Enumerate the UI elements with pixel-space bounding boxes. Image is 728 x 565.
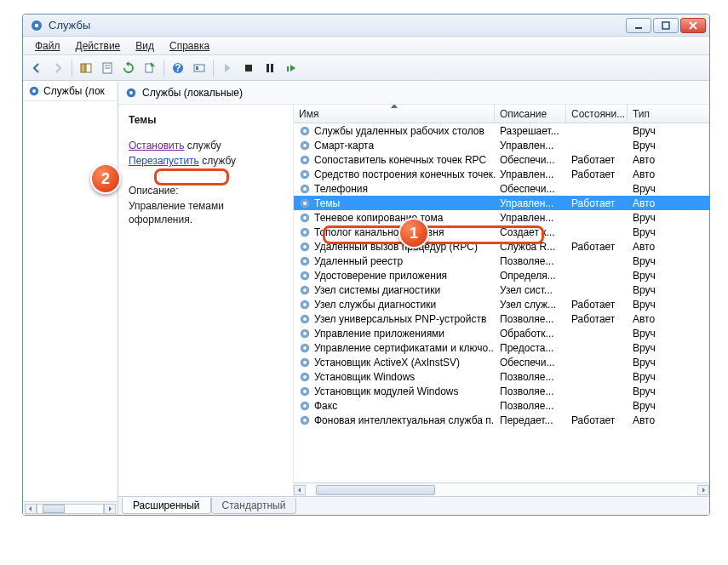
service-row[interactable]: ТемыУправлен...РаботаетАвто — [294, 196, 709, 210]
service-row[interactable]: Узел службы диагностикиУзел служ...Работ… — [294, 297, 709, 311]
col-name[interactable]: Имя — [294, 105, 495, 123]
properties-button[interactable] — [97, 58, 118, 78]
cell-type: Вруч — [628, 226, 670, 238]
svg-point-19 — [32, 89, 36, 93]
cell-type: Вруч — [628, 400, 670, 412]
cell-desc: Разрешает... — [495, 125, 566, 137]
service-row[interactable]: Теневое копирование томаУправлен...Вруч — [294, 210, 709, 225]
svg-rect-14 — [245, 65, 252, 71]
cell-desc: Обеспечи... — [495, 357, 566, 368]
nav-back-button[interactable] — [26, 58, 47, 78]
service-row[interactable]: Управление сертификатами и ключо...Предо… — [294, 340, 709, 355]
restart-service-link[interactable]: Перезапустить — [129, 155, 199, 167]
cell-type: Вруч — [628, 328, 670, 340]
svg-point-39 — [303, 245, 307, 248]
view-tabs: Расширенный Стандартный — [118, 496, 709, 515]
menu-help[interactable]: Справка — [163, 38, 216, 54]
tab-standard[interactable]: Стандартный — [211, 498, 297, 514]
tree-body[interactable] — [23, 101, 118, 501]
tree-hscroll[interactable] — [23, 501, 118, 515]
service-row[interactable]: Удаленный вызов процедур (RPC)Служба R..… — [294, 239, 709, 254]
svg-rect-16 — [271, 64, 273, 72]
svg-point-23 — [303, 129, 307, 133]
scroll-left-icon[interactable] — [25, 504, 37, 514]
scroll-thumb[interactable] — [43, 505, 65, 513]
service-row[interactable]: Узел универсальных PNP-устройствПозволяе… — [294, 311, 709, 326]
titlebar[interactable]: Службы — [23, 14, 709, 37]
list-hscroll[interactable] — [294, 482, 709, 496]
col-type[interactable]: Тип — [628, 105, 670, 123]
toolbar-extra-button[interactable] — [189, 58, 209, 78]
service-row[interactable]: Управление приложениямиОбработк...Вруч — [294, 326, 709, 340]
show-hide-tree-button[interactable] — [76, 58, 96, 78]
service-row[interactable]: Сопоставитель конечных точек RPCОбеспечи… — [294, 152, 709, 167]
service-row[interactable]: Средство построения конечных точек...Упр… — [294, 167, 709, 181]
service-row[interactable]: ФаксПозволяе...Вруч — [294, 398, 709, 413]
service-row[interactable]: Удостоверение приложенияОпределя...Вруч — [294, 268, 709, 282]
cell-name: Теневое копирование тома — [294, 212, 495, 224]
svg-rect-15 — [267, 64, 269, 72]
cell-state: Работает — [566, 299, 628, 311]
tab-extended[interactable]: Расширенный — [122, 498, 211, 514]
cell-name: Темы — [294, 197, 495, 209]
cell-type: Вруч — [628, 284, 670, 296]
stop-service-button[interactable] — [238, 58, 259, 78]
scroll-thumb[interactable] — [316, 485, 435, 495]
main-header: Службы (локальные) — [118, 82, 709, 105]
help-button[interactable]: ? — [168, 58, 188, 78]
services-window: Службы Файл Действие Вид Справка ? — [22, 14, 710, 516]
menu-view[interactable]: Вид — [129, 38, 161, 54]
scroll-left-icon[interactable] — [294, 485, 306, 495]
export-button[interactable] — [140, 58, 160, 78]
selected-service-name: Темы — [129, 113, 283, 127]
svg-point-59 — [303, 390, 307, 393]
svg-point-51 — [303, 332, 307, 335]
menu-action[interactable]: Действие — [69, 38, 128, 54]
service-row[interactable]: Удаленный реестрПозволяе...Вруч — [294, 254, 709, 268]
service-row[interactable]: Службы удаленных рабочих столовРазрешает… — [294, 123, 709, 138]
list-body[interactable]: Службы удаленных рабочих столовРазрешает… — [294, 123, 709, 482]
minimize-button[interactable] — [626, 18, 651, 33]
service-row[interactable]: ТелефонияОбеспечи...Вруч — [294, 181, 709, 196]
menu-file[interactable]: Файл — [28, 38, 67, 54]
cell-desc: Управлен... — [495, 168, 566, 180]
cell-name: Удостоверение приложения — [294, 270, 495, 282]
window-title: Службы — [49, 19, 626, 31]
service-row[interactable]: Установщик WindowsПозволяе...Вруч — [294, 369, 709, 384]
service-row[interactable]: Смарт-картаУправлен...Вруч — [294, 138, 709, 152]
svg-point-29 — [303, 173, 307, 176]
refresh-button[interactable] — [118, 58, 139, 78]
maximize-button[interactable] — [653, 18, 679, 33]
cell-type: Авто — [628, 313, 670, 325]
service-row[interactable]: Установщик ActiveX (AxInstSV)Обеспечи...… — [294, 355, 709, 369]
cell-name: Узел универсальных PNP-устройств — [294, 313, 495, 325]
close-button[interactable] — [680, 18, 706, 33]
cell-type: Вруч — [628, 140, 670, 151]
service-row[interactable]: Узел системы диагностикиУзел сист...Вруч — [294, 282, 709, 297]
stop-service-link[interactable]: Остановить — [129, 140, 185, 151]
tree-root-item[interactable]: Службы (лок — [23, 82, 118, 101]
svg-point-61 — [303, 404, 307, 408]
cell-name: Сопоставитель конечных точек RPC — [294, 154, 495, 166]
service-row[interactable]: Фоновая интеллектуальная служба п...Пере… — [294, 413, 709, 427]
restart-service-button[interactable] — [281, 58, 301, 78]
pause-service-button[interactable] — [260, 58, 280, 78]
start-service-button[interactable] — [217, 58, 238, 78]
cell-type: Вруч — [628, 255, 670, 267]
nav-forward-button[interactable] — [48, 58, 68, 78]
scroll-right-icon[interactable] — [697, 485, 709, 495]
cell-desc: Узел сист... — [495, 284, 566, 296]
svg-point-53 — [303, 346, 307, 350]
col-description[interactable]: Описание — [495, 105, 566, 123]
service-row[interactable]: Тополог канального уровняСоздает к...Вру… — [294, 225, 709, 239]
col-state[interactable]: Состояни... — [566, 105, 628, 123]
cell-name: Службы удаленных рабочих столов — [294, 125, 495, 137]
scroll-right-icon[interactable] — [104, 504, 116, 514]
service-row[interactable]: Установщик модулей WindowsПозволяе...Вру… — [294, 384, 709, 398]
svg-point-31 — [303, 187, 307, 191]
cell-state: Работает — [566, 313, 628, 325]
toolbar-separator — [163, 60, 164, 77]
svg-point-41 — [303, 260, 307, 263]
svg-point-55 — [303, 361, 307, 364]
cell-type: Авто — [628, 168, 670, 180]
